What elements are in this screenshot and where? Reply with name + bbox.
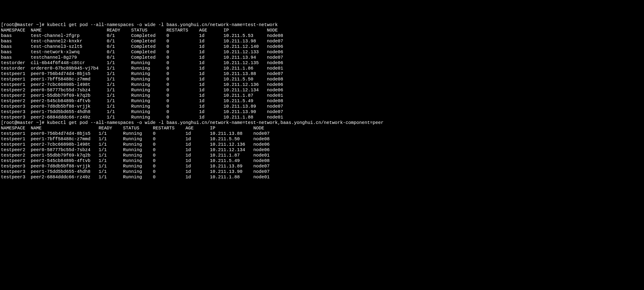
prompt-2: [root@master ~]# [1, 120, 44, 125]
table1-row: testpeer3 peer1-75dd5bd655-4hdh8 1/1 Run… [1, 109, 643, 115]
table1-row: baas testchannel-8g279 0/1 Completed 0 1… [1, 55, 643, 60]
table2-row: testpeer1 peer1-7bff58488c-z7mmd 1/1 Run… [1, 136, 643, 142]
table2-row: testpeer2 peer1-55dbb79f69-k7q2b 1/1 Run… [1, 153, 643, 158]
command-line-2: [root@master ~]# kubectl get pod --all-n… [1, 120, 643, 125]
table2-header: NAMESPACE NAME READY STATUS RESTARTS AGE… [1, 125, 643, 131]
table1-header: NAMESPACE NAME READY STATUS RESTARTS AGE… [1, 28, 643, 33]
table2-row: testpeer3 peer2-6884dddc66-rz49z 1/1 Run… [1, 175, 643, 180]
table1-row: baas test-channel2-knxkr 0/1 Completed 0… [1, 39, 643, 44]
table1-row: testpeer2 peer2-545cb8489b-4ftvb 1/1 Run… [1, 98, 643, 104]
table2-row: testpeer3 peer1-75dd5bd655-4hdh8 1/1 Run… [1, 169, 643, 175]
command-2-text: kubectl get pod --all-namespaces -o wide… [47, 120, 384, 125]
table1-row: testpeer1 peer0-756b4d74d4-8bjs5 1/1 Run… [1, 71, 643, 77]
prompt-1: [root@master ~]# [1, 22, 44, 27]
table1-row: testpeer3 peer2-6884dddc66-rz49z 1/1 Run… [1, 115, 643, 120]
command-1-text: kubectl get pod --all-namespaces -o wide… [47, 22, 278, 27]
table2-row: testpeer1 peer0-756b4d74d4-8bjs5 1/1 Run… [1, 131, 643, 136]
table2-row: testpeer2 peer0-58777bc55d-7sbz4 1/1 Run… [1, 147, 643, 153]
table1-row: testpeer2 peer1-55dbb79f69-k7q2b 1/1 Run… [1, 93, 643, 98]
table2-row: testpeer3 peer0-7d8db5bf88-vrjjk 1/1 Run… [1, 164, 643, 169]
table1-row: baas test-channel3-szlt5 0/1 Completed 0… [1, 44, 643, 49]
table1-row: baas test-channel-2fgrp 0/1 Completed 0 … [1, 33, 643, 39]
command-line-1: [root@master ~]# kubectl get pod --all-n… [1, 22, 643, 28]
table1-row: testpeer1 peer2-7cbc66898b-l498t 1/1 Run… [1, 82, 643, 87]
table1-row: testorder cli-6b44f6f448-c8tcr 1/1 Runni… [1, 60, 643, 66]
table1-row: baas test-network-xlwnq 0/1 Completed 0 … [1, 49, 643, 55]
table1-row: testpeer1 peer1-7bff58488c-z7mmd 1/1 Run… [1, 77, 643, 82]
table2-row: testpeer2 peer2-545cb8489b-4ftvb 1/1 Run… [1, 158, 643, 164]
table2-row: testpeer1 peer2-7cbc66898b-l498t 1/1 Run… [1, 142, 643, 147]
table1-row: testpeer2 peer0-58777bc55d-7sbz4 1/1 Run… [1, 87, 643, 93]
table1-row: testorder orderer0-67bc89b945-vj7b4 1/1 … [1, 66, 643, 71]
table1-row: testpeer3 peer0-7d8db5bf88-vrjjk 1/1 Run… [1, 104, 643, 109]
terminal-output[interactable]: [root@master ~]# kubectl get pod --all-n… [1, 22, 643, 180]
